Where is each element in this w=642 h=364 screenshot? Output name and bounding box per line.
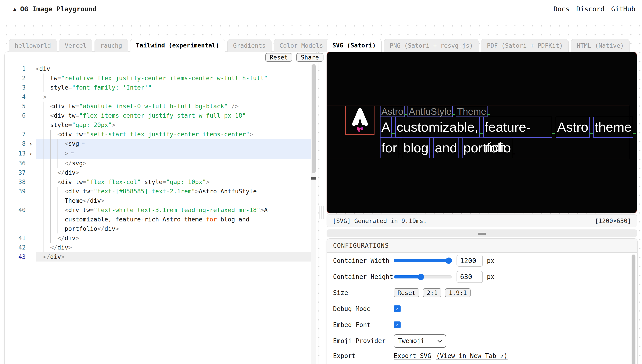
og-body-word: Astro xyxy=(556,117,590,138)
preview-tab-pdf-satori-pdfkit-[interactable]: PDF (Satori + PDFKit) xyxy=(481,39,569,52)
code-line[interactable]: 42</div> xyxy=(5,243,312,252)
indent-guides xyxy=(36,252,43,262)
code-token: > xyxy=(101,197,105,204)
code-editor[interactable]: 1<div2tw="relative flex justify-center i… xyxy=(5,64,312,262)
editor-scrollbar[interactable] xyxy=(311,64,316,364)
fold-arrow-icon[interactable]: › xyxy=(26,149,36,158)
slider-fill xyxy=(394,259,449,262)
gutter-spacer xyxy=(26,206,36,234)
slider-thumb[interactable] xyxy=(418,274,424,280)
code-token: = xyxy=(163,178,166,185)
code-text: <svg⋯ xyxy=(36,139,312,149)
code-line[interactable]: 7<div tw="self-start flex justify-center… xyxy=(5,130,312,139)
tab-gradients[interactable]: Gradients xyxy=(227,39,272,52)
code-text: tw="relative flex justify-center items-c… xyxy=(36,74,312,83)
line-number: 6 xyxy=(5,111,26,130)
code-line[interactable]: 6<div tw="flex items-center justify-star… xyxy=(5,111,312,130)
checkbox-embed-font[interactable]: ✓ xyxy=(394,322,401,328)
preview-tab-png-satori-resvg-js-[interactable]: PNG (Satori + resvg-js) xyxy=(384,39,479,52)
code-line[interactable]: 3style="font-family: 'Inter'" xyxy=(5,83,312,92)
panel-resize-handle[interactable] xyxy=(319,206,323,219)
code-token xyxy=(65,103,68,110)
gutter-spacer xyxy=(26,158,36,168)
code-token: > xyxy=(249,131,253,138)
code-token: = xyxy=(58,75,61,82)
code-line[interactable]: 36</svg> xyxy=(5,158,312,168)
code-line[interactable]: 13›>⋯ xyxy=(5,149,312,158)
code-token: div xyxy=(54,112,65,119)
code-line[interactable]: 40<div tw="text-white text-3.1rem leadin… xyxy=(5,206,312,234)
code-line[interactable]: 41</div> xyxy=(5,234,312,243)
code-line[interactable]: 8›<svg⋯ xyxy=(5,139,312,149)
slider-container-width[interactable] xyxy=(394,259,452,262)
header-link-github[interactable]: GitHub xyxy=(611,5,635,13)
preview-tab-html-native-[interactable]: HTML (Native) xyxy=(571,39,629,52)
reset-button[interactable]: Reset xyxy=(265,53,292,62)
link--view-in-new-tab-[interactable]: (View in New Tab ↗) xyxy=(436,352,508,360)
share-button[interactable]: Share xyxy=(296,53,323,62)
emoji-provider-select[interactable]: Twemoji xyxy=(394,334,446,348)
checkbox-debug-mode[interactable]: ✓ xyxy=(394,306,401,312)
config-scrollbar-thumb[interactable] xyxy=(632,254,635,364)
indent-guides xyxy=(36,111,50,130)
code-line[interactable]: 1<div xyxy=(5,64,312,74)
code-line[interactable]: 2tw="relative flex justify-center items-… xyxy=(5,74,312,83)
config-row: Debug Mode✓ xyxy=(327,301,637,317)
config-row: Satori Version0.0.0-development xyxy=(327,363,637,364)
code-token: = xyxy=(68,84,72,91)
slider-container-height[interactable] xyxy=(394,275,452,278)
size-button-1-9-1[interactable]: 1.9:1 xyxy=(445,288,471,298)
code-token: = xyxy=(90,188,94,195)
code-token: > xyxy=(76,234,79,242)
config-scrollbar[interactable] xyxy=(631,254,635,364)
config-label: Container Height xyxy=(333,273,394,280)
og-body-line-1: Acustomizable,feature-richAstrotheme xyxy=(380,117,637,138)
editor-scrollbar-thumb[interactable] xyxy=(312,64,316,173)
tab-rauchg[interactable]: rauchg xyxy=(95,39,128,52)
code-token: "flex items-center justify-start w-full … xyxy=(79,112,246,119)
header-link-docs[interactable]: Docs xyxy=(553,5,569,13)
config-label: Emoji Provider xyxy=(333,337,394,344)
code-text: </div> xyxy=(36,243,312,252)
code-text: </div> xyxy=(36,234,312,243)
preview-tab-svg-satori-[interactable]: SVG (Satori) xyxy=(327,39,382,52)
editor-tabs: helloworldVercelrauchgTailwind (experime… xyxy=(9,39,372,52)
code-line[interactable]: 5<div tw="absolute inset-0 w-full h-full… xyxy=(5,102,312,111)
code-token: > xyxy=(65,150,68,157)
preview-status-bar: [SVG] Generated in 9.19ms. [1200×630] xyxy=(327,214,637,227)
code-line[interactable]: 43</div> xyxy=(5,252,312,262)
code-token: > xyxy=(68,244,72,251)
gutter-spacer xyxy=(26,177,36,187)
code-token: = xyxy=(76,112,79,119)
value-input[interactable]: 630 xyxy=(456,271,483,283)
code-line[interactable]: 38<div tw="flex flex-col" style="gap: 10… xyxy=(5,177,312,187)
code-token: < xyxy=(65,188,68,195)
link-export-svg[interactable]: Export SVG xyxy=(394,352,431,360)
indent-guides xyxy=(36,206,64,234)
tab-tailwind-experimental-[interactable]: Tailwind (experimental) xyxy=(130,39,225,52)
code-line[interactable]: 4> xyxy=(5,92,312,102)
tab-color-models[interactable]: Color Models xyxy=(274,39,329,52)
preview-resize-bar[interactable] xyxy=(327,230,637,237)
code-token: </ xyxy=(65,160,72,167)
header-link-discord[interactable]: Discord xyxy=(576,5,604,13)
code-line[interactable]: 39<div tw="text-[#858585] text-2.1rem">A… xyxy=(5,187,312,206)
tab-helloworld[interactable]: helloworld xyxy=(9,39,57,52)
code-token: </ xyxy=(83,197,90,204)
code-token: > xyxy=(195,188,199,195)
gutter-spacer xyxy=(26,168,36,177)
indent-guides xyxy=(36,158,64,168)
size-button-reset[interactable]: Reset xyxy=(394,288,419,298)
tab-vercel[interactable]: Vercel xyxy=(59,39,93,52)
og-body-word: for xyxy=(380,138,398,158)
slider-thumb[interactable] xyxy=(446,258,452,264)
code-line[interactable]: 37</div> xyxy=(5,168,312,177)
gutter-spacer xyxy=(26,92,36,102)
code-token: = xyxy=(83,178,86,185)
config-label: Embed Font xyxy=(333,321,394,328)
code-token: svg xyxy=(68,140,79,147)
value-input[interactable]: 1200 xyxy=(456,254,483,267)
code-token: < xyxy=(36,65,39,72)
fold-arrow-icon[interactable]: › xyxy=(26,139,36,149)
size-button-2-1[interactable]: 2:1 xyxy=(423,288,441,298)
